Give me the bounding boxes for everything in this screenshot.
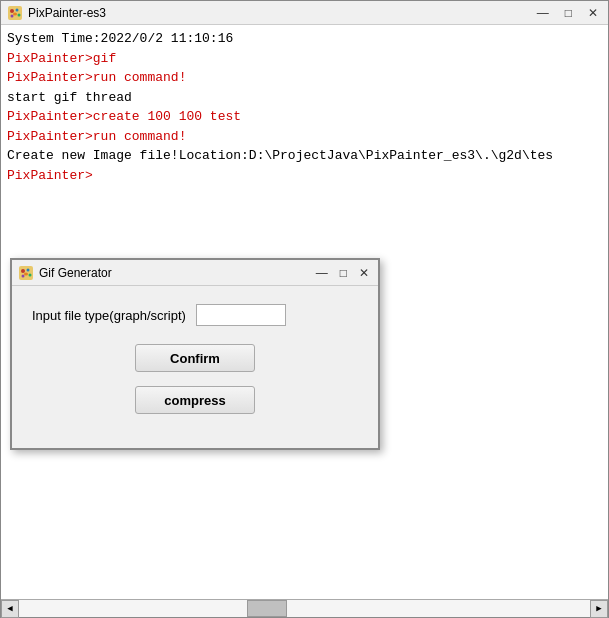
scroll-track[interactable] [19, 600, 590, 617]
terminal-line-0: System Time:2022/0/2 11:10:16 [7, 29, 602, 49]
terminal-line-2: PixPainter>run command! [7, 68, 602, 88]
terminal-line-5: PixPainter>run command! [7, 127, 602, 147]
terminal-line-1: PixPainter>gif [7, 49, 602, 69]
svg-point-11 [24, 272, 28, 275]
svg-point-4 [11, 14, 14, 17]
dialog-title-bar: Gif Generator — □ ✕ [12, 260, 378, 286]
main-window-title: PixPainter-es3 [28, 6, 106, 20]
maximize-button[interactable]: □ [561, 6, 576, 20]
svg-point-1 [10, 9, 14, 13]
close-button[interactable]: ✕ [584, 6, 602, 20]
dialog-maximize-button[interactable]: □ [337, 266, 350, 280]
terminal-line-6: Create new Image file!Location:D:\Projec… [7, 146, 602, 166]
svg-point-8 [27, 268, 30, 271]
terminal-line-4: PixPainter>create 100 100 test [7, 107, 602, 127]
file-type-input[interactable] [196, 304, 286, 326]
dialog-icon [18, 265, 34, 281]
horizontal-scrollbar[interactable]: ◀ ▶ [1, 599, 608, 617]
dialog-title-left: Gif Generator [18, 265, 112, 281]
dialog-content: Input file type(graph/script) Confirm co… [12, 286, 378, 448]
svg-point-7 [21, 269, 25, 273]
confirm-button-row: Confirm [32, 344, 358, 372]
minimize-button[interactable]: — [533, 6, 553, 20]
compress-button-row: compress [32, 386, 358, 414]
svg-point-5 [13, 12, 17, 15]
title-bar-left: PixPainter-es3 [7, 5, 106, 21]
dialog-close-button[interactable]: ✕ [356, 266, 372, 280]
dialog-minimize-button[interactable]: — [313, 266, 331, 280]
svg-point-10 [22, 274, 25, 277]
confirm-button[interactable]: Confirm [135, 344, 255, 372]
scroll-right-button[interactable]: ▶ [590, 600, 608, 618]
input-label: Input file type(graph/script) [32, 308, 186, 323]
svg-point-3 [18, 13, 21, 16]
terminal-line-7: PixPainter> [7, 166, 602, 186]
dialog-title-controls: — □ ✕ [313, 266, 372, 280]
svg-point-2 [16, 8, 19, 11]
title-bar-controls: — □ ✕ [533, 6, 602, 20]
svg-point-9 [29, 273, 32, 276]
scroll-left-button[interactable]: ◀ [1, 600, 19, 618]
dialog-title: Gif Generator [39, 266, 112, 280]
main-title-bar: PixPainter-es3 — □ ✕ [1, 1, 608, 25]
gif-generator-dialog: Gif Generator — □ ✕ Input file type(grap… [10, 258, 380, 450]
scroll-thumb[interactable] [247, 600, 287, 617]
terminal-line-3: start gif thread [7, 88, 602, 108]
app-icon [7, 5, 23, 21]
compress-button[interactable]: compress [135, 386, 255, 414]
input-row: Input file type(graph/script) [32, 304, 358, 326]
